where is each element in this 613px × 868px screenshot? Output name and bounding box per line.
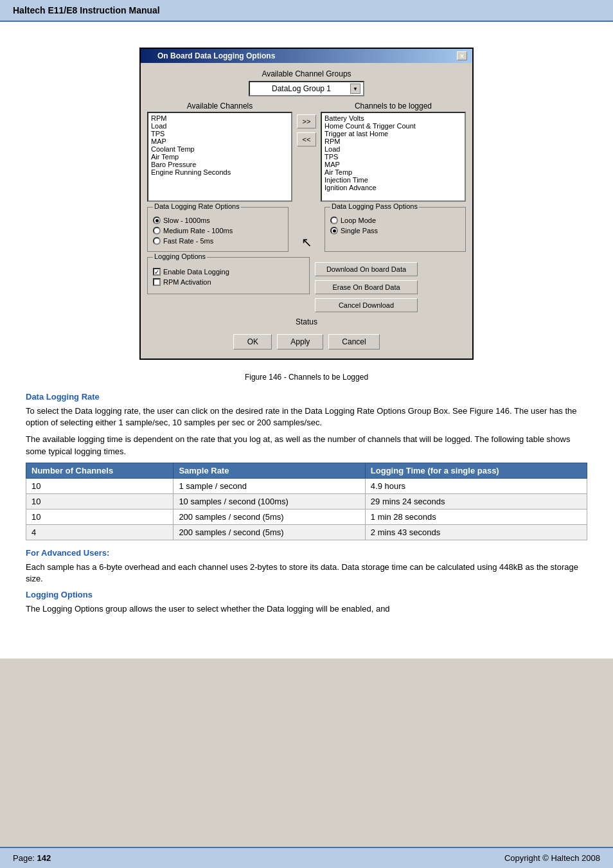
section-para-2-0: The Logging Options group allows the use… <box>26 603 587 615</box>
sections-area: Data Logging Rate To select the Data log… <box>26 392 587 615</box>
section-para-0-1: The available logging time is dependent … <box>26 434 587 457</box>
list-item[interactable]: MAP <box>150 137 290 145</box>
table-header-2: Logging Time (for a single pass) <box>365 463 587 478</box>
logging-buttons-row: Logging Options ✓Enable Data LoggingRPM … <box>147 257 466 312</box>
checkbox-label: Enable Data Logging <box>163 268 229 276</box>
dialog-title: On Board Data Logging Options <box>157 51 275 60</box>
page-footer: Page: 142 Copyright © Haltech 2008 <box>0 847 613 868</box>
dialog-footer: OK Apply Cancel <box>147 332 466 352</box>
list-item[interactable]: Air Temp <box>323 168 463 176</box>
checkbox-option[interactable]: RPM Activation <box>153 278 304 286</box>
cursor-area: ↖ <box>294 207 319 252</box>
list-item[interactable]: Load <box>150 122 290 130</box>
section-para-0-0: To select the Data logging rate, the use… <box>26 405 587 429</box>
table-cell: 1 min 28 seconds <box>365 509 587 524</box>
list-item[interactable]: RPM <box>323 137 463 145</box>
checkbox[interactable]: ✓ <box>153 268 161 276</box>
action-buttons: Download On board DataErase On Board Dat… <box>315 257 466 312</box>
datalog-dropdown[interactable]: DataLog Group 1 ▼ <box>249 81 364 96</box>
datalog-group-text: DataLog Group 1 <box>253 84 350 93</box>
radio-option[interactable]: Slow - 1000ms <box>153 217 283 224</box>
list-item[interactable]: Battery Volts <box>323 114 463 122</box>
dialog-titlebar: On Board Data Logging Options × <box>141 49 472 63</box>
list-item[interactable]: TPS <box>150 130 290 137</box>
ok-button[interactable]: OK <box>233 334 272 350</box>
checkbox[interactable] <box>153 278 161 286</box>
available-channels-listbox[interactable]: RPMLoadTPSMAPCoolant TempAir TempBaro Pr… <box>147 112 292 202</box>
chevron-down-icon[interactable]: ▼ <box>350 84 360 94</box>
table-cell: 200 samples / second (5ms) <box>173 524 365 540</box>
figure-caption: Figure 146 - Channels to be Logged <box>26 373 587 382</box>
list-item[interactable]: Injection Time <box>323 176 463 184</box>
list-item[interactable]: Air Temp <box>150 153 290 161</box>
table-cell: 2 mins 43 seconds <box>365 524 587 540</box>
available-channels-label: Available Channels <box>147 102 292 111</box>
section-logging-options: Logging Options The Logging Options grou… <box>26 590 587 615</box>
options-row: Data Logging Rate Options Slow - 1000msM… <box>147 207 466 252</box>
action-button[interactable]: Cancel Download <box>315 298 418 312</box>
logged-channels-listbox[interactable]: Battery VoltsHome Count & Trigger CountT… <box>321 112 466 202</box>
data-logging-rate-group: Data Logging Rate Options Slow - 1000msM… <box>147 207 289 252</box>
channels-row: Available Channels RPMLoadTPSMAPCoolant … <box>147 102 466 202</box>
radio-label: Fast Rate - 5ms <box>163 237 213 245</box>
section-heading-0: Data Logging Rate <box>26 392 587 402</box>
dialog-icon <box>146 51 155 60</box>
list-item[interactable]: Trigger at last Home <box>323 130 463 137</box>
radio-option[interactable]: Fast Rate - 5ms <box>153 237 283 245</box>
channel-groups-label: Available Channel Groups <box>147 69 466 78</box>
table-cell: 4 <box>26 524 173 540</box>
section-data-logging-rate: Data Logging Rate To select the Data log… <box>26 392 587 457</box>
section-advanced-users: For Advanced Users: Each sample has a 6-… <box>26 548 587 585</box>
cancel-button[interactable]: Cancel <box>328 334 379 350</box>
table-cell: 10 <box>26 509 173 524</box>
rate-options-title: Data Logging Rate Options <box>153 202 241 210</box>
action-button[interactable]: Download On board Data <box>315 262 418 276</box>
checkbox-option[interactable]: ✓Enable Data Logging <box>153 268 304 276</box>
transfer-forward-button[interactable]: >> <box>297 114 316 128</box>
radio-button[interactable] <box>153 237 161 245</box>
list-item[interactable]: RPM <box>150 114 290 122</box>
transfer-buttons: >> << <box>295 102 318 146</box>
list-item[interactable]: Load <box>323 145 463 153</box>
list-item[interactable]: Ignition Advance <box>323 184 463 191</box>
apply-button[interactable]: Apply <box>277 334 323 350</box>
radio-button[interactable] <box>153 217 161 224</box>
cursor-icon: ↖ <box>301 235 312 250</box>
list-item[interactable]: Baro Pressure <box>150 161 290 168</box>
table-row: 10200 samples / second (5ms)1 min 28 sec… <box>26 509 587 524</box>
radio-label: Slow - 1000ms <box>163 217 210 224</box>
table-cell: 4.9 hours <box>365 478 587 493</box>
status-label: Status <box>296 317 317 326</box>
table-cell: 200 samples / second (5ms) <box>173 509 365 524</box>
content-area: On Board Data Logging Options × Availabl… <box>0 22 613 659</box>
action-button[interactable]: Erase On Board Data <box>315 280 418 294</box>
data-logging-pass-group: Data Logging Pass Options Loop ModeSingl… <box>324 207 466 252</box>
table-row: 4200 samples / second (5ms)2 mins 43 sec… <box>26 524 587 540</box>
section-heading-1: For Advanced Users: <box>26 548 587 558</box>
checkbox-label: RPM Activation <box>163 278 211 286</box>
radio-button[interactable] <box>153 227 161 235</box>
radio-button[interactable] <box>330 227 338 235</box>
radio-label: Single Pass <box>341 227 378 235</box>
radio-label: Medium Rate - 100ms <box>163 227 233 235</box>
radio-option[interactable]: Loop Mode <box>330 217 460 224</box>
list-item[interactable]: MAP <box>323 161 463 168</box>
logging-times-table: Number of Channels Sample Rate Logging T… <box>26 463 587 540</box>
list-item[interactable]: Coolant Temp <box>150 145 290 153</box>
list-item[interactable]: TPS <box>323 153 463 161</box>
table-cell: 10 <box>26 478 173 493</box>
channel-groups-section: Available Channel Groups DataLog Group 1… <box>147 69 466 96</box>
transfer-back-button[interactable]: << <box>297 132 316 146</box>
footer-copyright: Copyright © Haltech 2008 <box>504 853 600 863</box>
datalog-dropdown-row: DataLog Group 1 ▼ <box>147 81 466 96</box>
list-item[interactable]: Engine Running Seconds <box>150 168 290 176</box>
radio-option[interactable]: Medium Rate - 100ms <box>153 227 283 235</box>
logged-channels-label: Channels to be logged <box>321 102 466 111</box>
section-para-1-0: Each sample has a 6-byte overhead and ea… <box>26 562 587 585</box>
close-button[interactable]: × <box>457 51 467 60</box>
dialog-body: Available Channel Groups DataLog Group 1… <box>141 63 472 359</box>
radio-button[interactable] <box>330 217 338 224</box>
page-title: Haltech E11/E8 Instruction Manual <box>13 5 160 15</box>
radio-option[interactable]: Single Pass <box>330 227 460 235</box>
list-item[interactable]: Home Count & Trigger Count <box>323 122 463 130</box>
